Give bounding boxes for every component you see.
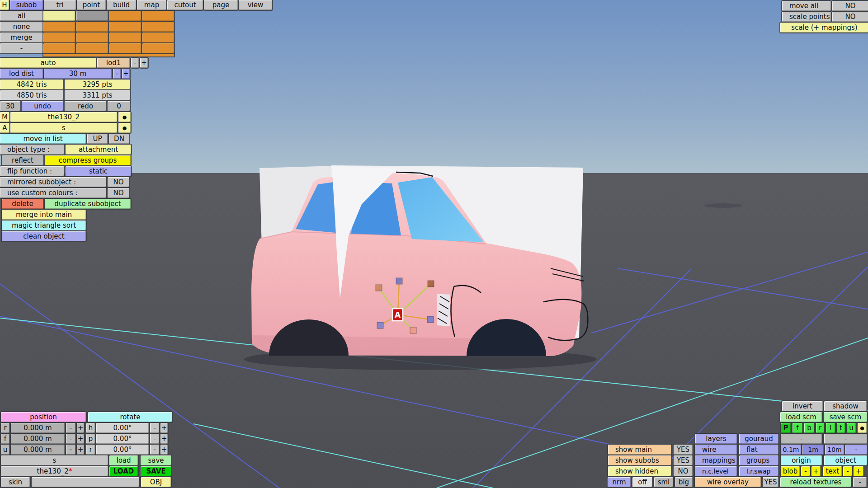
- menu-tab-view[interactable]: view: [239, 0, 272, 10]
- move-dn-button[interactable]: DN: [109, 134, 129, 144]
- select-all-button[interactable]: all: [0, 11, 43, 21]
- gouraud-button[interactable]: gouraud: [739, 434, 778, 444]
- show-subobs-value[interactable]: YES: [674, 455, 693, 465]
- lod-dist-minus-button[interactable]: -: [113, 69, 121, 79]
- dash-button[interactable]: -: [781, 434, 822, 444]
- rot-h-value[interactable]: 0.00°: [96, 423, 149, 433]
- layers-button[interactable]: layers: [695, 434, 737, 444]
- menu-tab-tri[interactable]: tri: [44, 0, 76, 10]
- nrm-button[interactable]: nrm: [608, 477, 631, 487]
- origin-button[interactable]: origin: [781, 455, 822, 465]
- obj-button[interactable]: OBJ: [141, 477, 171, 487]
- grid-01m-button[interactable]: 0.1m: [781, 445, 801, 455]
- scheme-save-button[interactable]: save: [141, 455, 171, 465]
- model-name-field[interactable]: the130_2: [10, 112, 117, 122]
- show-hidden-value[interactable]: NO: [674, 466, 693, 476]
- rot-p-value[interactable]: 0.00°: [96, 434, 149, 444]
- select-dash-button[interactable]: -: [0, 43, 43, 53]
- compress-groups-button[interactable]: compress groups: [45, 155, 131, 165]
- delete-button[interactable]: delete: [2, 199, 43, 209]
- scale-mappings-button[interactable]: scale (+ mappings): [780, 23, 868, 33]
- menu-tab-cutout[interactable]: cutout: [167, 0, 203, 10]
- text-minus-button[interactable]: -: [843, 466, 852, 476]
- menu-tab-build[interactable]: build: [107, 0, 136, 10]
- lod1-button[interactable]: lod1: [97, 58, 130, 68]
- lod-auto-button[interactable]: auto: [0, 58, 96, 68]
- pos-u-minus-button[interactable]: -: [66, 445, 75, 455]
- grid-cell[interactable]: [43, 43, 75, 53]
- save-scm-button[interactable]: save scm: [824, 412, 867, 422]
- grid-cell[interactable]: [109, 43, 141, 53]
- mirrored-subobject-value[interactable]: NO: [108, 177, 129, 187]
- groups-button[interactable]: groups: [739, 455, 778, 465]
- flag-p-button[interactable]: P: [781, 423, 791, 433]
- grid-cell[interactable]: [109, 22, 141, 32]
- grid-cell[interactable]: [76, 33, 108, 42]
- undo-button[interactable]: undo: [22, 101, 63, 111]
- scheme-s-field[interactable]: s: [1, 455, 108, 465]
- show-hidden-button[interactable]: show hidden: [608, 466, 671, 476]
- use-custom-colours-value[interactable]: NO: [108, 188, 129, 198]
- menu-tab-map[interactable]: map: [137, 0, 166, 10]
- menu-tab-h[interactable]: H: [0, 0, 9, 10]
- object-type-value[interactable]: attachment: [66, 145, 131, 155]
- magic-triangle-sort-button[interactable]: magic triangle sort: [2, 221, 86, 230]
- attach-name-field[interactable]: s: [10, 123, 117, 133]
- grid-cell[interactable]: [43, 11, 75, 21]
- grid-10m-button[interactable]: 10m: [825, 445, 844, 455]
- object-button[interactable]: object: [824, 455, 867, 465]
- model-dot-toggle[interactable]: ●: [118, 112, 131, 122]
- pos-u-value[interactable]: 0.000 m: [11, 445, 65, 455]
- rot-p-plus-button[interactable]: +: [160, 434, 168, 444]
- rot-r-value[interactable]: 0.00°: [96, 445, 149, 455]
- pos-f-value[interactable]: 0.000 m: [11, 434, 65, 444]
- show-subobs-button[interactable]: show subobs: [608, 455, 671, 465]
- flag-l-button[interactable]: l: [826, 423, 835, 433]
- grid-cell[interactable]: [142, 33, 174, 42]
- pos-r-value[interactable]: 0.000 m: [11, 423, 65, 433]
- skin-path-field[interactable]: [32, 477, 139, 487]
- lod-plus-button[interactable]: +: [140, 58, 148, 68]
- select-merge-button[interactable]: merge: [0, 33, 43, 42]
- grid-cell[interactable]: [109, 33, 141, 42]
- rot-r-minus-button[interactable]: -: [150, 445, 159, 455]
- pos-f-minus-button[interactable]: -: [66, 434, 75, 444]
- flip-function-value[interactable]: static: [66, 166, 131, 176]
- merge-into-main-button[interactable]: merge into main: [2, 210, 86, 220]
- scale-points-button[interactable]: scale points: [782, 12, 831, 22]
- show-main-value[interactable]: YES: [674, 445, 693, 455]
- pos-r-minus-button[interactable]: -: [66, 423, 75, 433]
- grid-cell[interactable]: [109, 11, 141, 21]
- grid-cell[interactable]: [142, 11, 174, 21]
- select-none-button[interactable]: none: [0, 22, 43, 32]
- menu-tab-page[interactable]: page: [204, 0, 238, 10]
- mappings-button[interactable]: mappings: [695, 455, 737, 465]
- flag-t-button[interactable]: t: [837, 423, 845, 433]
- pos-r-plus-button[interactable]: +: [77, 423, 84, 433]
- load-scm-button[interactable]: load scm: [780, 412, 822, 422]
- grid-dash-button[interactable]: -: [845, 445, 867, 455]
- save-caps-button[interactable]: SAVE: [141, 466, 171, 476]
- text-plus-button[interactable]: +: [854, 466, 863, 476]
- lr-swap-button[interactable]: l.r.swap: [739, 466, 778, 476]
- grid-cell[interactable]: [43, 33, 75, 42]
- reload-dash-button[interactable]: -: [853, 477, 867, 487]
- reload-textures-button[interactable]: reload textures: [780, 477, 851, 487]
- flag-b-button[interactable]: b: [804, 423, 814, 433]
- flag-f-button[interactable]: f: [793, 423, 802, 433]
- flag-dot-toggle[interactable]: ●: [858, 423, 867, 433]
- grid-cell[interactable]: [142, 22, 174, 32]
- redo-button[interactable]: redo: [65, 101, 106, 111]
- dash-button[interactable]: -: [824, 434, 867, 444]
- shadow-button[interactable]: shadow: [824, 401, 867, 411]
- lod-dist-plus-button[interactable]: +: [122, 69, 130, 79]
- grid-cell[interactable]: [76, 22, 108, 32]
- grid-cell[interactable]: [76, 11, 108, 21]
- wire-overlay-button[interactable]: wire overlay: [695, 477, 761, 487]
- show-main-button[interactable]: show main: [608, 445, 671, 455]
- move-all-button[interactable]: move all: [782, 1, 831, 11]
- lod-dist-value[interactable]: 30 m: [44, 69, 112, 79]
- menu-tab-subob[interactable]: subob: [10, 0, 43, 10]
- scheme-load-button[interactable]: load: [109, 455, 138, 465]
- blob-minus-button[interactable]: -: [801, 466, 810, 476]
